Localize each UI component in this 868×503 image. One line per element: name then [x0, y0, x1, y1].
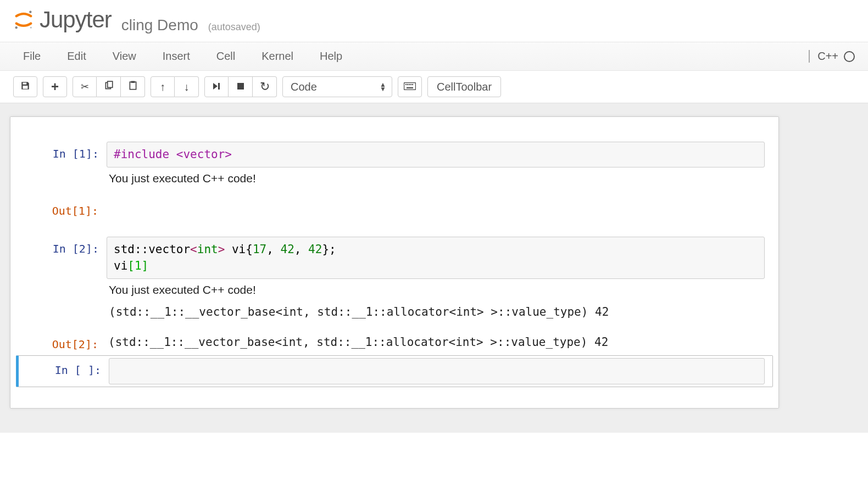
menu-edit[interactable]: Edit: [57, 44, 96, 68]
svg-rect-15: [407, 87, 413, 88]
svg-rect-12: [409, 84, 410, 85]
input-prompt: In [ ]:: [26, 358, 109, 384]
stdout-pre: (std::__1::__vector_base<int, std::__1::…: [107, 301, 765, 323]
notebook-header: Jupyter cling Demo (autosaved): [0, 0, 868, 42]
stop-icon: [237, 81, 244, 93]
keyboard-icon: [404, 81, 416, 93]
refresh-icon: ↻: [260, 80, 270, 94]
kernel-name: C++: [809, 50, 838, 63]
output-prompt: Out[1]:: [24, 202, 106, 217]
code-input[interactable]: std::vector<int> vi{17, 42, 42}; vi[1]: [107, 237, 765, 279]
input-prompt: In [2]:: [24, 237, 107, 323]
svg-rect-11: [407, 84, 408, 85]
menu-file[interactable]: File: [13, 44, 51, 68]
svg-rect-13: [410, 84, 411, 85]
svg-rect-14: [412, 84, 413, 85]
svg-rect-9: [404, 82, 416, 90]
cell-2[interactable]: In [2]: std::vector<int> vi{17, 42, 42};…: [16, 234, 773, 326]
scissors-icon: ✂: [81, 81, 89, 93]
code-input[interactable]: #include <vector>: [107, 142, 765, 167]
stream-output: You just executed C++ code!: [107, 167, 765, 189]
menu-cell[interactable]: Cell: [207, 44, 245, 68]
plus-icon: +: [51, 79, 59, 94]
svg-point-2: [30, 27, 32, 29]
arrow-down-icon: ↓: [184, 81, 190, 93]
copy-icon: [104, 81, 114, 93]
interrupt-button[interactable]: [229, 76, 253, 97]
move-up-button[interactable]: ↑: [151, 76, 175, 97]
run-button[interactable]: [204, 76, 229, 97]
svg-rect-4: [107, 81, 112, 87]
jupyter-logo[interactable]: Jupyter: [13, 7, 112, 33]
notebook-container: In [1]: #include <vector> You just execu…: [10, 116, 779, 409]
clipboard-icon: [128, 81, 138, 93]
cell-type-value: Code: [291, 81, 317, 93]
cell-type-select[interactable]: Code ▲▼: [282, 76, 392, 97]
toolbar: + ✂ ↑ ↓ ↻ Code ▲▼ CellToolbar: [0, 71, 868, 103]
cell-1[interactable]: In [1]: #include <vector> You just execu…: [16, 139, 773, 192]
svg-rect-10: [405, 84, 407, 85]
autosave-status: (autosaved): [208, 21, 260, 33]
input-prompt: In [1]:: [24, 142, 107, 189]
cell-2-out: Out[2]: (std::__1::__vector_base<int, st…: [16, 333, 773, 355]
save-button[interactable]: [13, 76, 37, 97]
menu-help[interactable]: Help: [310, 44, 352, 68]
copy-button[interactable]: [97, 76, 121, 97]
menubar: File Edit View Insert Cell Kernel Help C…: [0, 42, 868, 71]
celltoolbar-button[interactable]: CellToolbar: [427, 76, 501, 97]
menu-kernel[interactable]: Kernel: [252, 44, 303, 68]
menu-insert[interactable]: Insert: [153, 44, 200, 68]
step-forward-icon: [213, 81, 220, 93]
svg-rect-6: [131, 81, 135, 82]
notebook-name[interactable]: cling Demo: [121, 16, 198, 34]
add-cell-button[interactable]: +: [43, 76, 67, 97]
svg-rect-8: [237, 83, 244, 90]
logo-text: Jupyter: [40, 7, 112, 33]
stream-output: You just executed C++ code!: [107, 279, 765, 301]
cell-1-out: Out[1]:: [16, 200, 773, 220]
code-input[interactable]: [109, 358, 765, 384]
command-palette-button[interactable]: [398, 76, 422, 97]
output-value: (std::__1::__vector_base<int, std::__1::…: [106, 336, 765, 353]
paste-button[interactable]: [121, 76, 145, 97]
restart-button[interactable]: ↻: [253, 76, 277, 97]
jupyter-icon: [13, 9, 34, 30]
cell-3[interactable]: In [ ]:: [16, 355, 773, 387]
output-prompt: Out[2]:: [24, 336, 106, 353]
save-icon: [20, 81, 30, 93]
notebook-page: In [1]: #include <vector> You just execu…: [0, 103, 868, 433]
kernel-status-icon: [844, 51, 855, 62]
move-down-button[interactable]: ↓: [175, 76, 199, 97]
svg-point-0: [29, 11, 31, 13]
menu-view[interactable]: View: [103, 44, 146, 68]
chevron-updown-icon: ▲▼: [380, 82, 386, 91]
svg-rect-5: [130, 82, 136, 90]
cut-button[interactable]: ✂: [73, 76, 97, 97]
arrow-up-icon: ↑: [160, 81, 165, 93]
svg-point-1: [15, 26, 18, 29]
svg-rect-7: [218, 83, 220, 90]
